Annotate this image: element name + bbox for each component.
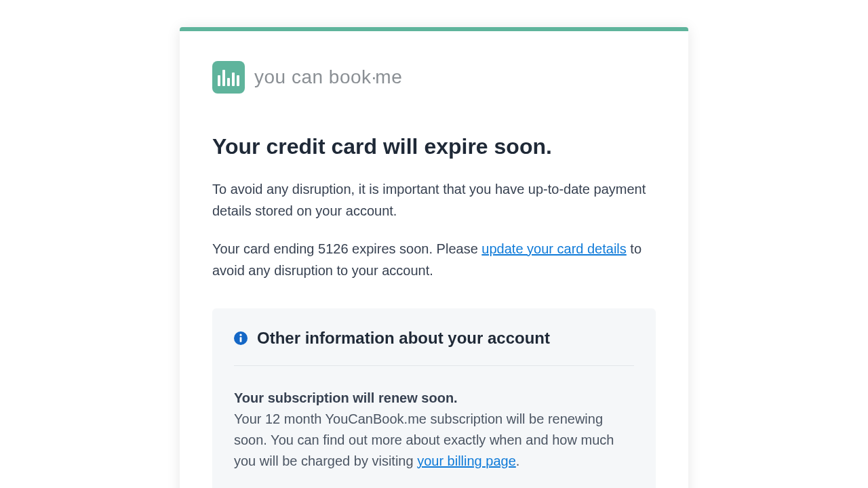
billing-page-link[interactable]: your billing page	[417, 453, 516, 468]
svg-point-2	[239, 334, 241, 336]
subscription-body: Your 12 month YouCanBook.me subscription…	[234, 409, 634, 472]
subscription-renewal-section: Your subscription will renew soon. Your …	[234, 390, 634, 472]
email-container: you can book·me Your credit card will ex…	[180, 27, 688, 488]
card-expiry-paragraph: Your card ending 5126 expires soon. Plea…	[212, 238, 656, 281]
bars-icon	[218, 68, 239, 86]
card-expiry-text-pre: Your card ending 5126 expires soon. Plea…	[212, 241, 481, 256]
info-icon	[234, 331, 248, 345]
info-header: Other information about your account	[234, 329, 634, 366]
subscription-text-post: .	[516, 453, 520, 468]
brand-logo-icon	[212, 61, 245, 94]
subscription-heading: Your subscription will renew soon.	[234, 390, 634, 406]
brand-logo: you can book·me	[212, 61, 656, 94]
svg-rect-1	[240, 337, 242, 342]
info-title: Other information about your account	[257, 329, 550, 348]
account-info-card: Other information about your account You…	[212, 308, 656, 488]
intro-paragraph: To avoid any disruption, it is important…	[212, 178, 656, 222]
brand-name: you can book·me	[254, 66, 402, 88]
email-content: you can book·me Your credit card will ex…	[180, 31, 688, 488]
update-card-link[interactable]: update your card details	[481, 241, 626, 256]
headline: Your credit card will expire soon.	[212, 134, 656, 159]
